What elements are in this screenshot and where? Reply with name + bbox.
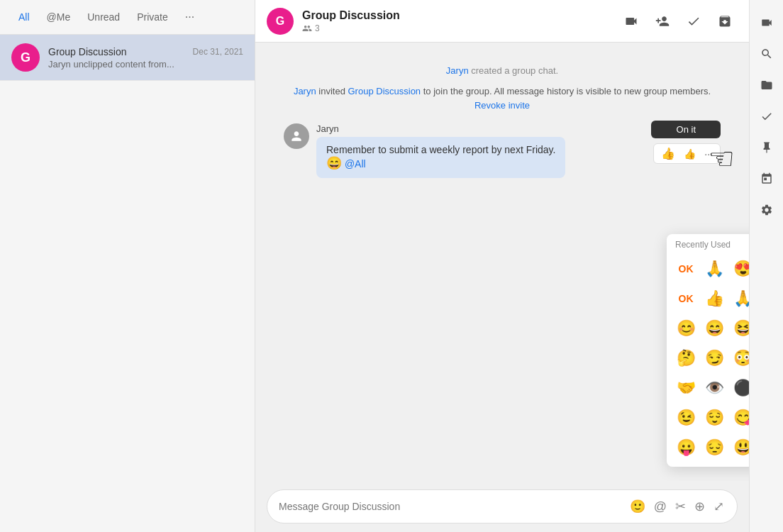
emoji-r1-pray[interactable]: 🙏 xyxy=(729,285,749,312)
video-icon xyxy=(624,14,638,28)
sidebar-settings-button[interactable] xyxy=(754,197,779,223)
emoji-r2-2[interactable]: 😄 xyxy=(701,315,728,342)
emoji-row-1: OK 👍 🙏 💪 🤞 👏 📖 +1 DONE xyxy=(667,284,749,314)
emoji-r4-2[interactable]: 👁️ xyxy=(701,375,728,401)
on-it-tooltip: On it xyxy=(651,121,721,138)
chat-date: Dec 31, 2021 xyxy=(193,47,243,57)
tabs-header: All @Me Unread Private ··· xyxy=(0,0,255,35)
sidebar-folder-button[interactable] xyxy=(754,72,779,98)
revoke-invite-link[interactable]: Revoke invite xyxy=(474,100,530,111)
emoji-row-2: 😊 😄 😆 😄 😂 🤣 😍 😎 🥰 🤩 xyxy=(667,314,749,343)
right-sidebar xyxy=(749,0,783,532)
members-count: 3 xyxy=(315,23,320,33)
message-bubble: Remember to submit a weekly report by ne… xyxy=(316,137,565,178)
header-actions xyxy=(618,9,738,34)
emoji-r5-2[interactable]: 😌 xyxy=(701,404,728,431)
tab-private[interactable]: Private xyxy=(130,7,175,27)
more-options-button[interactable] xyxy=(712,9,738,34)
checkmark-icon xyxy=(687,14,701,28)
emoji-r3-1[interactable]: 🤔 xyxy=(672,345,699,372)
emoji-r5-1[interactable]: 😉 xyxy=(672,404,699,431)
emoji-ok-text[interactable]: OK xyxy=(672,255,699,282)
emoji-row-4: 🤝 👁️ ⚫ 🐱 🐈 🌹 ❤️ 🎉 😶 😮 xyxy=(667,373,749,403)
sidebar-search-button[interactable] xyxy=(754,41,779,67)
task-icon xyxy=(760,110,773,123)
chat-main: G Group Discussion 3 xyxy=(255,0,749,532)
emoji-r4-3[interactable]: ⚫ xyxy=(729,375,749,401)
chat-list-panel: All @Me Unread Private ··· G Group Discu… xyxy=(0,0,255,532)
message-text: Remember to submit a weekly report by ne… xyxy=(326,144,555,155)
cursor-hand: ☞ xyxy=(708,141,735,176)
messages-area[interactable]: Jaryn created a group chat. Jaryn invite… xyxy=(255,43,749,481)
scissors-button[interactable]: ✂ xyxy=(674,497,687,516)
mention-button[interactable]: @ xyxy=(652,498,668,516)
recently-used-label: Recently Used xyxy=(667,234,749,253)
emoji-r2-3[interactable]: 😆 xyxy=(729,315,749,342)
message-input-area: 🙂 @ ✂ ⊕ ⤢ xyxy=(255,481,749,532)
emoji-r1-ok[interactable]: OK xyxy=(672,285,699,312)
emoji-row-3: 🤔 😏 😳 🤩 😢 😭 😐 😑 😒 🧐 xyxy=(667,343,749,373)
video-call-button[interactable] xyxy=(618,9,644,34)
system-message-created: Jaryn created a group chat. xyxy=(284,65,721,76)
sidebar-search-icon xyxy=(760,48,773,60)
grin-emoji: 😄 xyxy=(326,156,342,170)
chat-header: G Group Discussion 3 xyxy=(255,0,749,43)
tab-all[interactable]: All xyxy=(11,7,37,27)
emoji-r3-2[interactable]: 😏 xyxy=(701,345,728,372)
emoji-r6-1[interactable]: 😛 xyxy=(672,434,699,461)
invite-message: Jaryn invited Group Discussion to join t… xyxy=(284,84,721,112)
emoji-r6-3[interactable]: 😃 xyxy=(729,434,749,461)
jaryn-link-1[interactable]: Jaryn xyxy=(446,65,469,76)
emoji-row-6: 😛 😔 😃 😍 😅 😇 🤩 😎 🤑 🤪 xyxy=(667,433,749,467)
chat-info: Group Discussion Dec 31, 2021 Jaryn uncl… xyxy=(48,46,243,70)
emoji-r1-thumbsup[interactable]: 👍 xyxy=(701,285,728,312)
message-avatar xyxy=(284,123,309,149)
input-actions: 🙂 @ ✂ ⊕ ⤢ xyxy=(628,497,726,516)
message-input[interactable] xyxy=(279,501,628,512)
sidebar-video-icon xyxy=(760,16,773,29)
emoji-recent-2[interactable]: 🙏 xyxy=(701,255,728,282)
emoji-recent-3[interactable]: 😍 xyxy=(729,255,749,282)
thumbsup-button[interactable]: 👍 xyxy=(681,147,699,161)
emoji-r5-3[interactable]: 😋 xyxy=(729,404,749,431)
emoji-r3-3[interactable]: 😳 xyxy=(729,345,749,372)
chat-name: Group Discussion xyxy=(48,46,127,57)
emoji-r2-1[interactable]: 😊 xyxy=(672,315,699,342)
add-person-icon xyxy=(655,14,670,28)
add-button[interactable]: ⊕ xyxy=(693,497,706,516)
sidebar-pin-button[interactable] xyxy=(754,135,779,160)
members-icon xyxy=(302,23,312,33)
emoji-r4-1[interactable]: 🤝 xyxy=(672,375,699,401)
user-avatar-icon xyxy=(289,129,304,143)
expand-button[interactable]: ⤢ xyxy=(712,497,726,516)
sidebar-video-button[interactable] xyxy=(754,10,779,35)
jaryn-link-2[interactable]: Jaryn xyxy=(294,86,316,96)
chat-list-item[interactable]: G Group Discussion Dec 31, 2021 Jaryn un… xyxy=(0,35,255,81)
chat-title-area: Group Discussion 3 xyxy=(302,9,618,33)
emoji-r6-2[interactable]: 😔 xyxy=(701,434,728,461)
avatar: G xyxy=(11,43,40,72)
chat-members: 3 xyxy=(302,23,618,33)
pin-icon xyxy=(760,141,773,154)
tab-me[interactable]: @Me xyxy=(40,7,78,27)
settings-icon xyxy=(760,204,773,216)
system-msg-text: Jaryn created a group chat. xyxy=(446,65,558,76)
check-button[interactable] xyxy=(681,9,706,34)
emoji-react-button[interactable]: 👍 On it xyxy=(658,145,678,162)
emoji-button[interactable]: 🙂 xyxy=(628,497,647,516)
tab-more[interactable]: ··· xyxy=(179,8,200,26)
emoji-row-5: 😉 😌 😋 😙 😜 😁 😂 🤦 🥳 😤 xyxy=(667,403,749,433)
emoji-picker: Recently Used OK 🙏 😍 🤞 🌹 🤔 😅 OK 👍 🙏 💪 🤞 … xyxy=(667,234,749,467)
message-row: Jaryn Remember to submit a weekly report… xyxy=(284,123,721,178)
sidebar-calendar-button[interactable] xyxy=(754,166,779,192)
calendar-icon xyxy=(760,172,773,185)
tab-unread[interactable]: Unread xyxy=(80,7,127,27)
header-avatar: G xyxy=(267,8,294,35)
add-member-button[interactable] xyxy=(650,9,675,34)
sidebar-task-button[interactable] xyxy=(754,104,779,129)
group-discussion-link[interactable]: Group Discussion xyxy=(348,86,421,96)
message-input-box: 🙂 @ ✂ ⊕ ⤢ xyxy=(267,489,738,523)
chat-title: Group Discussion xyxy=(302,9,618,22)
mention-all[interactable]: @All xyxy=(345,158,366,170)
recently-used-row: OK 🙏 😍 🤞 🌹 🤔 😅 xyxy=(667,253,749,284)
